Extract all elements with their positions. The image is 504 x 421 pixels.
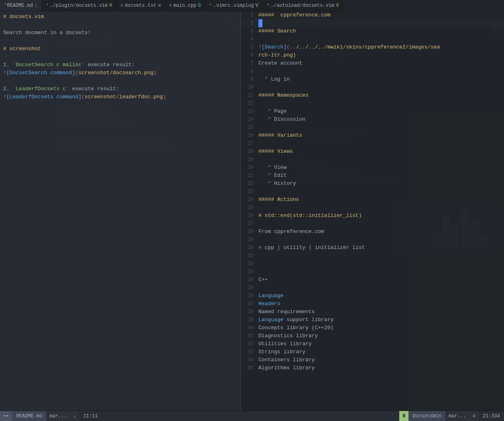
tab-main-cpp[interactable]: s main.cpp G <box>165 0 205 11</box>
status-left-arrow: ↓ <box>70 411 79 421</box>
tab-number-s: s <box>120 3 123 8</box>
status-right-n: N <box>399 411 408 421</box>
text-cursor <box>258 19 262 27</box>
status-right-lineinfo: 21:334 <box>479 411 504 421</box>
right-line-5: 5 ![Search](../../../../mwiki/skins/cppr… <box>241 43 504 51</box>
left-line-10: 2. `LeaderfDocsets c` execute result: <box>0 85 240 93</box>
tab-autoload[interactable]: ⁶ …/autoload/docsets.vim V <box>263 0 343 11</box>
left-line-1-content: # docsets.vim <box>0 13 240 21</box>
tab-docsets-vim-icon: V <box>109 3 112 8</box>
right-line-14: 14 * Discussion <box>241 115 504 123</box>
right-line-25: 25 <box>241 204 504 212</box>
left-line-8: ![DocsetSearch command](screenshot/docse… <box>0 69 240 77</box>
right-line-30: 30 < cpp | utility | initializer list <box>241 244 504 252</box>
right-line-6: 6 rch-ltr.png) <box>241 51 504 59</box>
status-center: 11:11 <box>79 411 400 421</box>
tab-vimrc[interactable]: ⁵ .vimrc.vimplug V <box>205 0 263 11</box>
left-line-8-content: ![DocsetSearch command](screenshot/docse… <box>0 69 240 77</box>
right-line-35: 35 <box>241 284 504 292</box>
right-line-43: 43 Strings library <box>241 348 504 356</box>
left-line-3: Search docment in a docsets! <box>0 29 240 37</box>
right-line-44: 44 Containers library <box>241 356 504 364</box>
left-line-3-content: Search docment in a docsets! <box>0 29 240 37</box>
tab-main-cpp-icon: G <box>198 3 201 8</box>
right-line-41: 41 Diagnostics library <box>241 332 504 340</box>
right-line-4: 4 <box>241 35 504 43</box>
right-line-21: 21 * Edit <box>241 172 504 180</box>
right-editor-content: 1 ##### cppreference.com 2 3 ##### Searc… <box>241 11 504 411</box>
right-line-15: 15 <box>241 123 504 132</box>
tab-number-6: ⁶ <box>267 3 269 8</box>
left-line-2 <box>0 21 240 29</box>
left-editor-content: # docsets.vim Search docment in a docset… <box>0 11 240 411</box>
status-left-scroll: mar... <box>46 411 70 421</box>
tab-docsets-vim-label: …/plugin/docsets.vim <box>50 3 108 8</box>
vim-editor: 'README.md ↓ ² …/plugin/docsets.vim V s … <box>0 0 504 421</box>
tab-main-cpp-label: main.cpp <box>173 3 197 8</box>
left-line-5: # screenshot <box>0 45 240 53</box>
right-line-37: 37 Headers <box>241 300 504 308</box>
tab-docsets-txt[interactable]: s docsets.txt ≡ <box>116 0 165 11</box>
right-line-42: 42 Utilities library <box>241 340 504 348</box>
tab-number-5: ⁵ <box>209 3 212 8</box>
right-line-17: 17 <box>241 140 504 148</box>
status-right-mode-text: N <box>402 413 405 419</box>
status-right-filename: DocsetsWin <box>413 413 441 419</box>
status-right-section: DocsetsWin <box>408 411 445 421</box>
right-line-8: 8 <box>241 67 504 75</box>
tab-number-s2: s <box>169 3 172 8</box>
status-right-lineinfo-text: 21:334 <box>483 413 500 419</box>
tab-number-2: ² <box>46 3 48 8</box>
left-line-4 <box>0 37 240 45</box>
left-line-11-content: ![LeaderfDocsets command](screenshot/lea… <box>0 93 240 101</box>
right-line-38: 38 Named requirements <box>241 308 504 316</box>
tab-readme-icon: ↓ <box>35 3 37 8</box>
tab-vimrc-label: .vimrc.vimplug <box>213 3 254 8</box>
left-line-7: 1. `DocsetSearch c malloc` execute resul… <box>0 61 240 69</box>
status-mode-text: -- <box>3 413 9 419</box>
status-left-mode: -- <box>0 411 12 421</box>
right-line-19: 19 <box>241 156 504 164</box>
left-line-7-content: 1. `DocsetSearch c malloc` execute resul… <box>0 61 240 69</box>
status-left-arrow-icon: ↓ <box>73 413 76 419</box>
tab-docsets-vim[interactable]: ² …/plugin/docsets.vim V <box>42 0 116 11</box>
tab-docsets-txt-icon: ≡ <box>158 3 161 8</box>
right-line-33: 33 <box>241 268 504 276</box>
tab-readme[interactable]: 'README.md ↓ <box>0 0 42 11</box>
right-line-7: 7 Create account <box>241 59 504 67</box>
right-line-11: 11 ##### Namespaces <box>241 91 504 99</box>
right-line-9: 9 * Log in <box>241 75 504 83</box>
left-line-5-content: # screenshot <box>0 45 240 53</box>
tab-autoload-label: …/autoload/docsets.vim <box>271 3 334 8</box>
right-line-27: 27 <box>241 220 504 228</box>
status-right-pos: mar... <box>445 411 469 421</box>
status-left-section: README.md <box>12 411 46 421</box>
tab-bar: 'README.md ↓ ² …/plugin/docsets.vim V s … <box>0 0 504 11</box>
tab-readme-label: 'README.md <box>4 3 33 8</box>
right-line-10: 10 <box>241 83 504 91</box>
left-editor-pane: 百度 python去除list中空字 2017年12月13日 - 一个好用的 n… <box>0 11 241 411</box>
right-line-40: 40 Concepts library (C++20) <box>241 324 504 332</box>
left-line-9 <box>0 77 240 85</box>
right-line-12: 12 <box>241 99 504 107</box>
right-line-1: 1 ##### cppreference.com <box>241 11 504 19</box>
right-line-28: 28 From cppreference.com <box>241 228 504 236</box>
right-editor-pane: 全球 清楚 汉汉双语系统化 YyabdcRealPeopleTTS 21世纪英汉… <box>241 11 504 411</box>
right-line-3: 3 ##### Search <box>241 27 504 35</box>
right-line-26: 26 # std::end(std::initializer_list) <box>241 212 504 220</box>
status-right-marker: ≡ <box>469 411 479 421</box>
right-line-20: 20 * View <box>241 164 504 172</box>
right-line-34: 34 C++ <box>241 276 504 284</box>
right-line-18: 18 ##### Views <box>241 148 504 156</box>
right-line-45: 45 Algorithms library <box>241 364 504 372</box>
left-line-11: ![LeaderfDocsets command](screenshot/lea… <box>0 93 240 101</box>
tab-autoload-icon: V <box>336 3 339 8</box>
right-line-13: 13 * Page <box>241 107 504 115</box>
left-line-1: # docsets.vim <box>0 13 240 21</box>
right-line-23: 23 <box>241 188 504 196</box>
right-line-29: 29 <box>241 236 504 244</box>
left-line-6 <box>0 53 240 61</box>
status-right-pos-text: mar... <box>449 413 466 419</box>
right-line-16: 16 ##### Variants <box>241 132 504 140</box>
right-line-31: 31 <box>241 252 504 260</box>
